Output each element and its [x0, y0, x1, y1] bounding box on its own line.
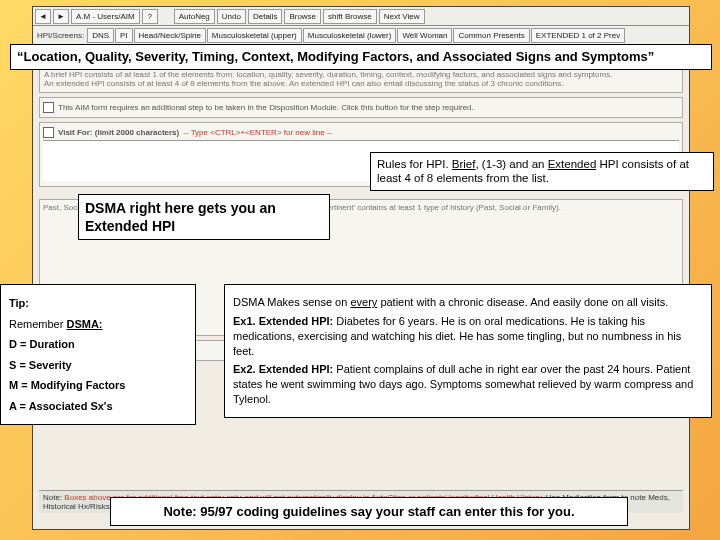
nav-fwd-button[interactable]: ► [53, 9, 69, 24]
visitfor-hint: -- Type <CTRL>+<ENTER> for new line -- [183, 128, 332, 137]
callout-dsma: DSMA right here gets you an Extended HPI [78, 194, 330, 240]
foot-note: Note: 95/97 coding guidelines say your s… [110, 497, 628, 526]
visitfor-label: Visit For: (limit 2000 characters) [58, 128, 179, 137]
tab-msk-upper[interactable]: Musculoskeletal (upper) [207, 28, 302, 43]
form-title[interactable]: A.M - Users/AIM [71, 9, 140, 24]
tab-common-presents[interactable]: Common Presents [453, 28, 529, 43]
hpi-help-line2: An extended HPI consists of at least 4 o… [44, 79, 678, 88]
browse-button[interactable]: Browse [284, 9, 321, 24]
details-button[interactable]: Details [248, 9, 282, 24]
tip-box: Tip: Remember DSMA: D = Duration S = Sev… [0, 284, 196, 425]
aim-step-checkbox[interactable] [43, 102, 54, 113]
aim-step-label: This AIM form requires an additional ste… [58, 103, 474, 112]
notes-box: DSMA Makes sense on every patient with a… [224, 284, 712, 418]
main-toolbar: ◄ ► A.M - Users/AIM ? AutoNeg Undo Detai… [33, 7, 689, 26]
undo-button[interactable]: Undo [217, 9, 246, 24]
tab-pi[interactable]: PI [115, 28, 133, 43]
visitfor-checkbox[interactable] [43, 127, 54, 138]
tab-msk-lower[interactable]: Musculoskeletal (lower) [303, 28, 397, 43]
hpi-label: HPI/Screens: [35, 31, 86, 40]
tab-dns[interactable]: DNS [87, 28, 114, 43]
tab-headneck[interactable]: Head/Neck/Spine [134, 28, 206, 43]
tab-row: HPI/Screens: DNS PI Head/Neck/Spine Musc… [33, 26, 689, 45]
callout-rules: Rules for HPI. Brief, (1-3) and an Exten… [370, 152, 714, 191]
next-view-button[interactable]: Next View [379, 9, 425, 24]
callout-header: “Location, Quality, Severity, Timing, Co… [10, 44, 712, 70]
tab-ext[interactable]: EXTENDED 1 of 2 Prev [531, 28, 625, 43]
autoneg-button[interactable]: AutoNeg [174, 9, 215, 24]
help-button[interactable]: ? [142, 9, 158, 24]
nav-back-button[interactable]: ◄ [35, 9, 51, 24]
tab-well-woman[interactable]: Well Woman [397, 28, 452, 43]
shift-browse-button[interactable]: shift Browse [323, 9, 377, 24]
hpi-help-line1: A brief HPI consists of at least 1 of th… [44, 70, 678, 79]
